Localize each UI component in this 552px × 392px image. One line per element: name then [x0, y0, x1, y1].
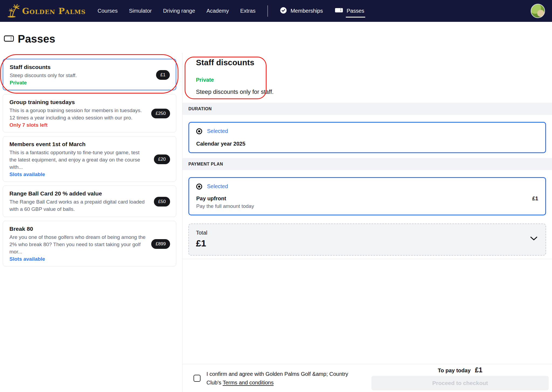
ticket-outline-icon	[4, 35, 14, 44]
pass-description: This is a fantastic opportunity to fine-…	[9, 149, 147, 171]
top-navigation: Golden Palms Courses Simulator Driving r…	[0, 0, 552, 22]
brand-logo[interactable]: Golden Palms	[7, 4, 86, 19]
total-label: Total	[196, 230, 539, 236]
detail-title: Staff discounts	[196, 58, 552, 67]
payment-option-pay-upfront[interactable]: Selected Pay upfront £1 Pay the full amo…	[188, 177, 546, 215]
pass-title: Staff discounts	[10, 64, 148, 70]
pass-list: Staff discounts Steep discounts only for…	[3, 59, 176, 270]
badge-check-icon	[280, 7, 287, 15]
pass-status: Only 7 slots left	[9, 122, 147, 128]
visibility-badge: Private	[196, 76, 552, 83]
pass-status: Private	[10, 80, 148, 86]
pass-description: This is a goruop training session for me…	[9, 107, 147, 121]
payment-plan-section-header: PAYMENT PLAN	[182, 158, 552, 170]
nav-item-passes[interactable]: Passes	[335, 7, 364, 15]
pass-description: The Range Ball Card works as a prepaid d…	[9, 198, 147, 213]
nav-link-courses[interactable]: Courses	[98, 8, 118, 14]
selected-label: Selected	[207, 128, 228, 134]
duration-option-label: Calendar year 2025	[196, 141, 538, 147]
detail-description: Steep discounts only for staff.	[196, 88, 552, 96]
terms-and-conditions-link[interactable]: Terms and conditions	[223, 380, 274, 386]
pass-status: Slots available	[9, 171, 147, 177]
nav-link-simulator[interactable]: Simulator	[129, 8, 151, 14]
pass-title: Members event 1st of March	[9, 141, 147, 147]
pass-card-group-training[interactable]: Group training tuesdays This is a goruop…	[3, 94, 176, 132]
checkout-footer-bar: I confirm and agree with Golden Palms Go…	[182, 364, 552, 392]
pass-card-members-event[interactable]: Members event 1st of March This is a fan…	[3, 136, 176, 182]
nav-memberships-label: Memberships	[291, 8, 323, 14]
duration-option-calendar-2025[interactable]: Selected Calendar year 2025	[188, 122, 546, 153]
price-badge: £1	[156, 70, 170, 80]
terms-checkbox[interactable]	[194, 375, 201, 382]
proceed-to-checkout-button[interactable]: Proceed to checkout	[371, 376, 549, 390]
passes-page: Golden Palms Courses Simulator Driving r…	[0, 0, 552, 392]
payment-option-subtext: Pay the full amount today	[196, 203, 538, 209]
pay-today-group: To pay today £1 Proceed to checkout	[371, 366, 549, 390]
payment-option-label: Pay upfront	[196, 195, 226, 202]
palm-tree-icon	[7, 4, 19, 19]
page-heading: Passes	[4, 33, 55, 45]
selected-label: Selected	[207, 183, 228, 190]
primary-nav: Courses Simulator Driving range Academy …	[98, 8, 256, 14]
price-badge: £20	[154, 154, 170, 164]
pass-card-staff-discounts[interactable]: Staff discounts Steep discounts only for…	[3, 59, 176, 90]
page-title: Passes	[18, 33, 55, 45]
payment-option-price: £1	[532, 195, 538, 202]
terms-confirmation: I confirm and agree with Golden Palms Go…	[194, 370, 353, 387]
nav-item-memberships[interactable]: Memberships	[280, 7, 323, 15]
nav-link-extras[interactable]: Extras	[240, 8, 256, 14]
pass-status: Slots available	[9, 256, 147, 262]
duration-section-header: DURATION	[182, 103, 552, 115]
terms-confirmation-text: I confirm and agree with Golden Palms Go…	[206, 370, 353, 387]
total-summary-box[interactable]: Total £1	[188, 223, 546, 256]
price-badge: £250	[151, 109, 170, 118]
user-avatar[interactable]	[531, 4, 545, 18]
pass-title: Range Ball Card 20 % added value	[9, 190, 147, 197]
nav-link-driving-range[interactable]: Driving range	[163, 8, 195, 14]
radio-selected-icon[interactable]	[196, 184, 202, 190]
to-pay-today-label: To pay today	[438, 367, 471, 374]
section-divider	[182, 259, 552, 259]
price-badge: £899	[151, 239, 170, 249]
pass-title: Group training tuesdays	[9, 99, 147, 105]
total-value: £1	[196, 238, 539, 249]
brand-name: Golden Palms	[22, 6, 86, 16]
pass-card-break-80[interactable]: Break 80 Are you one of those golfers wh…	[3, 221, 176, 266]
detail-header: Staff discounts Private Steep discounts …	[182, 53, 552, 103]
nav-link-academy[interactable]: Academy	[206, 8, 229, 14]
pass-description: Are you one of those golfers who dream o…	[9, 233, 147, 255]
pass-title: Break 80	[9, 226, 147, 232]
ticket-icon	[335, 7, 343, 15]
to-pay-today-value: £1	[475, 366, 482, 374]
pass-description: Steep discounts only for staff.	[10, 72, 148, 79]
radio-selected-icon[interactable]	[196, 128, 202, 134]
price-badge: £50	[154, 197, 170, 207]
pass-detail-panel: Staff discounts Private Steep discounts …	[182, 53, 552, 392]
chevron-down-icon[interactable]	[530, 236, 537, 242]
pass-card-range-ball-card[interactable]: Range Ball Card 20 % added value The Ran…	[3, 185, 176, 217]
nav-passes-label: Passes	[347, 8, 364, 14]
nav-divider	[267, 5, 268, 17]
